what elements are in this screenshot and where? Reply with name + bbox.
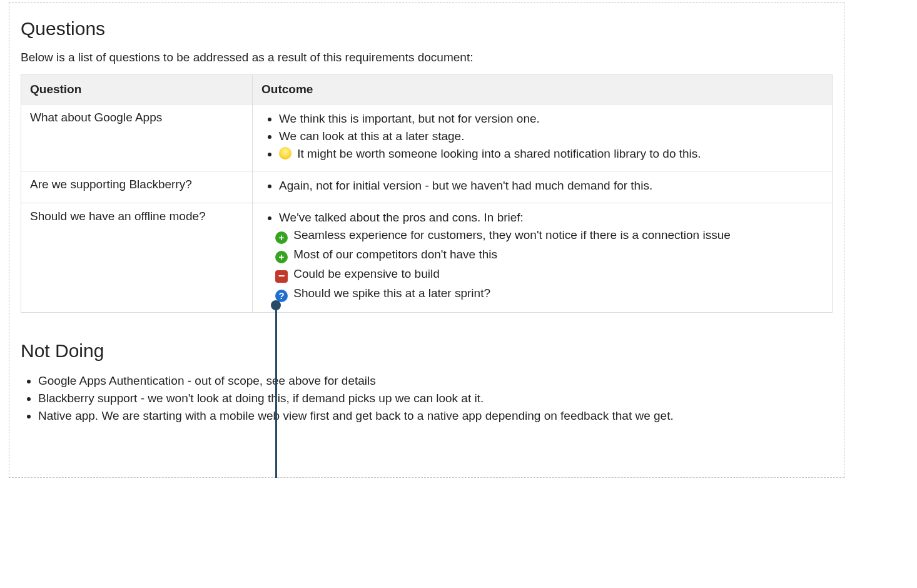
outcome-cell: We think this is important, but not for … [253,104,833,171]
outcome-item: Could be expensive to build [275,266,823,285]
questions-table: Question Outcome What about Google Apps … [21,74,833,313]
question-cell: Should we have an offline mode? [21,203,253,313]
outcome-cell: Again, not for initial version - but we … [253,171,833,203]
outcome-item: Seamless experience for customers, they … [275,227,823,246]
outcome-cell: We've talked about the pros and cons. In… [253,203,833,313]
document-container: Questions Below is a list of questions t… [9,3,844,478]
outcome-item: Again, not for initial version - but we … [279,178,823,195]
not-doing-heading: Not Doing [21,340,833,362]
list-item: Blackberry support - we won't look at do… [38,390,833,408]
lightbulb-icon [279,147,291,160]
outcome-item: It might be worth someone looking into a… [279,146,823,163]
list-item: Native app. We are starting with a mobil… [38,408,833,425]
not-doing-list: Google Apps Authentication - out of scop… [38,373,833,425]
question-cell: Are we supporting Blackberry? [21,171,253,203]
column-header-question: Question [21,75,253,104]
annotation-line [275,305,277,478]
questions-heading: Questions [21,18,833,39]
outcome-item: We think this is important, but not for … [279,111,823,128]
table-row: Are we supporting Blackberry? Again, not… [21,171,833,203]
table-row: Should we have an offline mode? We've ta… [21,203,833,313]
table-row: What about Google Apps We think this is … [21,104,833,171]
question-cell: What about Google Apps [21,104,253,171]
plus-icon [275,231,288,244]
outcome-item: Should we spike this at a later sprint? [275,285,823,305]
outcome-item: We can look at this at a later stage. [279,128,823,146]
outcome-item: Most of our competitors don't have this [275,246,823,266]
outcome-item: We've talked about the pros and cons. In… [279,210,823,227]
plus-icon [275,251,288,263]
column-header-outcome: Outcome [253,75,833,104]
minus-icon [275,270,288,283]
list-item: Google Apps Authentication - out of scop… [38,373,833,390]
questions-intro: Below is a list of questions to be addre… [21,51,833,64]
